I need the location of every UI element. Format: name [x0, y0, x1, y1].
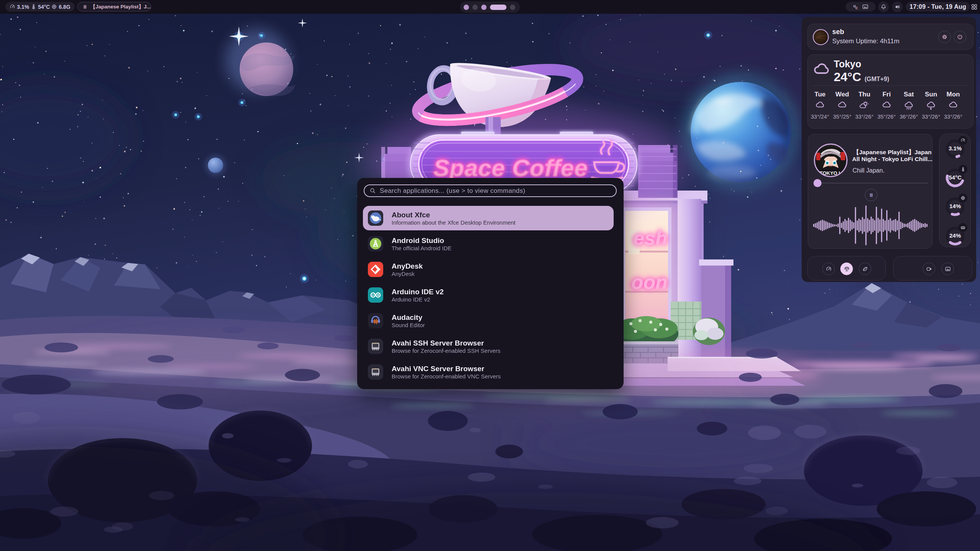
svg-text:Space Coffee: Space Coffee	[433, 155, 588, 181]
svg-text:C: C	[856, 6, 858, 10]
svg-text:oon: oon	[631, 271, 668, 293]
svg-text:esh: esh	[633, 227, 668, 249]
